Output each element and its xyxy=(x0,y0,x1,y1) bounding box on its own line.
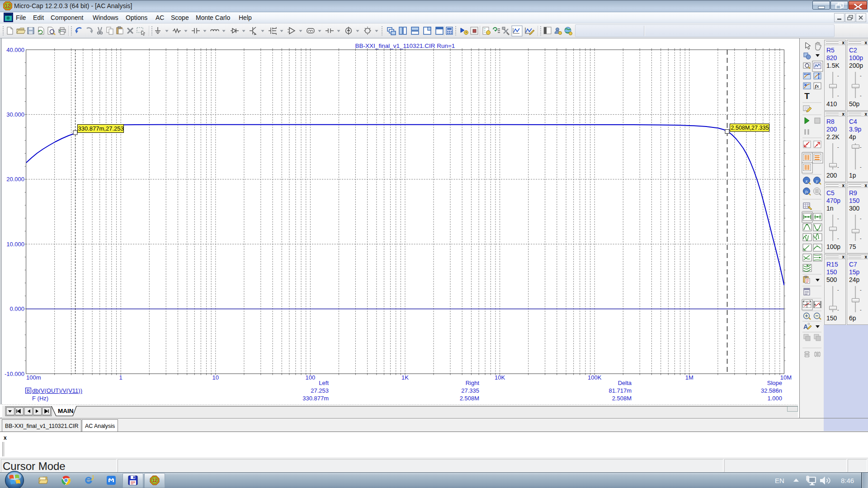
svg-text:Slope: Slope xyxy=(767,380,782,386)
svg-text:2.508M,27.335: 2.508M,27.335 xyxy=(731,125,769,131)
svg-text:100: 100 xyxy=(306,374,316,381)
svg-text:100m: 100m xyxy=(26,374,41,381)
svg-text:20.000: 20.000 xyxy=(6,176,24,183)
svg-text:40.000: 40.000 xyxy=(6,47,24,53)
svg-text:12: 12 xyxy=(152,478,157,483)
svg-text:1M: 1M xyxy=(685,374,693,381)
svg-text:12: 12 xyxy=(5,4,10,9)
svg-text:F (Hz): F (Hz) xyxy=(32,395,48,402)
svg-text:330.877m: 330.877m xyxy=(302,395,329,402)
svg-text:0.000: 0.000 xyxy=(9,305,24,312)
svg-text:Right: Right xyxy=(466,380,480,386)
svg-text:1.000: 1.000 xyxy=(767,395,782,402)
svg-text:fx: fx xyxy=(815,83,819,89)
svg-text:81.717m: 81.717m xyxy=(609,387,632,394)
svg-text:10.000: 10.000 xyxy=(6,241,24,248)
svg-text:B: B xyxy=(27,388,30,394)
svg-text:2.508M: 2.508M xyxy=(612,395,632,402)
svg-text:T: T xyxy=(804,91,810,101)
svg-text:10: 10 xyxy=(212,374,219,381)
svg-text:330.877m,27.253: 330.877m,27.253 xyxy=(78,125,124,132)
svg-text:Left: Left xyxy=(319,380,329,386)
svg-text:1K: 1K xyxy=(401,374,409,381)
svg-text:100K: 100K xyxy=(588,374,602,381)
svg-text:-10.000: -10.000 xyxy=(5,371,24,377)
svg-text:1: 1 xyxy=(119,374,123,381)
svg-text:MAIN: MAIN xyxy=(58,408,74,414)
svg-text:A: A xyxy=(803,323,808,330)
svg-text:27.253: 27.253 xyxy=(311,387,329,394)
svg-text:y: y xyxy=(816,178,818,183)
svg-text:BB-XXI_final_v1_110321.CIR Run: BB-XXI_final_v1_110321.CIR Run=1 xyxy=(355,42,455,49)
svg-text:x: x xyxy=(805,178,808,183)
svg-text:10K: 10K xyxy=(495,374,505,381)
svg-text:30.000: 30.000 xyxy=(6,111,24,118)
svg-text:db(V(OUT)/V(V11)): db(V(OUT)/V(V11)) xyxy=(32,387,82,394)
svg-text:fx: fx xyxy=(805,189,808,194)
svg-text:27.335: 27.335 xyxy=(461,387,479,394)
svg-text:Delta: Delta xyxy=(618,380,632,386)
svg-text:2.508M: 2.508M xyxy=(460,395,479,402)
svg-text:32.586n: 32.586n xyxy=(761,387,782,394)
